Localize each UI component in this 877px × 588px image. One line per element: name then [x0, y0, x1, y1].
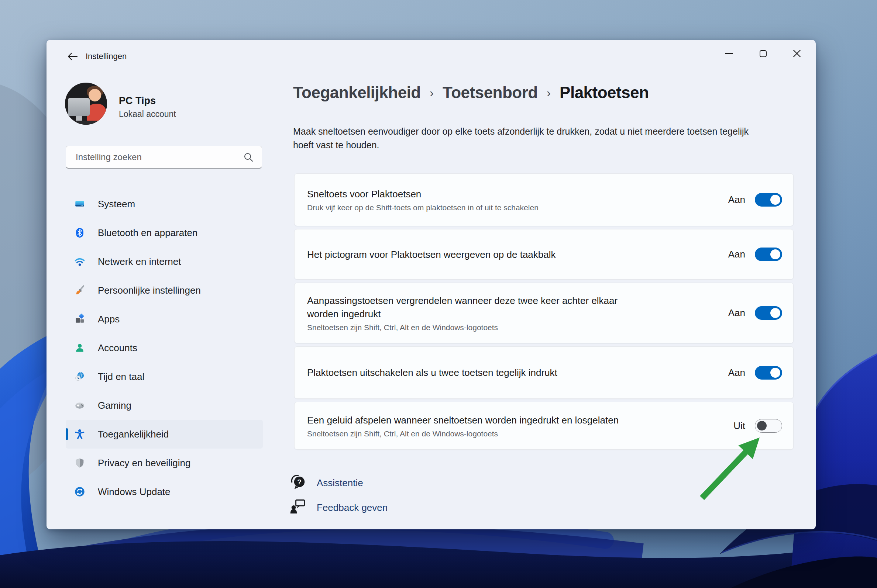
sidebar-item-persoonlijke-instellingen[interactable]: Persoonlijke instellingen	[66, 276, 263, 305]
sidebar-item-label: Persoonlijke instellingen	[98, 285, 201, 296]
sidebar-item-label: Windows Update	[98, 486, 170, 498]
setting-title: Aanpassingstoetsen vergrendelen wanneer …	[307, 294, 647, 321]
sidebar-item-tijd-en-taal[interactable]: Tijd en taal	[66, 362, 263, 391]
person-icon	[74, 342, 85, 353]
page-title: Plaktoetsen	[560, 83, 648, 102]
setting-card-taakbalk-pictogram: Het pictogram voor Plaktoetsen weergeven…	[294, 229, 794, 280]
sidebar-item-label: Gaming	[98, 400, 131, 411]
setting-subtitle: Sneltoetsen zijn Shift, Ctrl, Alt en de …	[307, 323, 647, 332]
page-description: Maak sneltoetsen eenvoudiger door op elk…	[293, 124, 762, 152]
sidebar-item-label: Systeem	[98, 198, 135, 210]
breadcrumb-toegankelijkheid[interactable]: Toegankelijkheid	[293, 83, 421, 102]
breadcrumb-toetsenbord[interactable]: Toetsenbord	[442, 83, 538, 102]
sidebar-item-label: Netwerk en internet	[98, 256, 181, 267]
toggle-geluid[interactable]	[755, 419, 782, 433]
system-icon	[74, 198, 85, 210]
sidebar-item-label: Apps	[98, 314, 120, 325]
feedback-link[interactable]: Feedback geven	[317, 502, 388, 513]
toggle-knob	[770, 195, 780, 205]
setting-title: Sneltoets voor Plaktoetsen	[307, 188, 539, 201]
toggle-knob	[770, 249, 780, 260]
toggle-state-label: Aan	[728, 249, 745, 260]
setting-card-vergrendelen: Aanpassingstoetsen vergrendelen wanneer …	[294, 283, 794, 344]
sidebar-item-bluetooth[interactable]: Bluetooth en apparaten	[66, 218, 263, 247]
toggle-vergrendelen[interactable]	[755, 306, 782, 320]
toggle-state-label: Uit	[733, 420, 745, 432]
back-arrow-icon	[67, 52, 78, 61]
setting-title: Een geluid afspelen wanneer sneltoetsen …	[307, 414, 618, 427]
update-icon	[74, 486, 85, 497]
chevron-right-icon: ›	[547, 86, 551, 100]
toggle-taakbalk-pictogram[interactable]	[755, 248, 782, 261]
sidebar-item-label: Tijd en taal	[98, 371, 144, 382]
help-icon: ?	[290, 474, 307, 490]
window-title: Instellingen	[86, 49, 126, 64]
setting-subtitle: Sneltoetsen zijn Shift, Ctrl, Alt en de …	[307, 429, 618, 438]
settings-window: Instellingen PC Tips Lokaal account Inst…	[47, 40, 816, 530]
toggle-sneltoets[interactable]	[755, 193, 782, 207]
toggle-knob	[757, 421, 767, 430]
toggle-state-label: Aan	[728, 194, 745, 206]
sidebar-nav: Systeem Bluetooth en apparaten Netwerk e…	[66, 190, 263, 506]
close-button[interactable]	[785, 44, 809, 63]
paintbrush-icon	[74, 285, 85, 296]
breadcrumb: Toegankelijkheid › Toetsenbord › Plaktoe…	[293, 83, 649, 102]
desktop: Instellingen PC Tips Lokaal account Inst…	[0, 0, 877, 588]
sidebar-item-windows-update[interactable]: Windows Update	[66, 477, 263, 506]
sidebar-item-toegankelijkheid[interactable]: Toegankelijkheid	[66, 420, 263, 448]
setting-subtitle: Druk vijf keer op de Shift-toets om plak…	[307, 203, 539, 212]
gamepad-icon	[74, 400, 85, 411]
sidebar-item-accounts[interactable]: Accounts	[66, 333, 263, 362]
maximize-icon	[760, 50, 767, 57]
toggle-knob	[770, 368, 780, 378]
minimize-button[interactable]	[717, 44, 741, 63]
sidebar-item-gaming[interactable]: Gaming	[66, 391, 263, 420]
setting-title: Het pictogram voor Plaktoetsen weergeven…	[307, 248, 556, 261]
search-placeholder: Instelling zoeken	[76, 146, 142, 168]
sidebar-item-privacy[interactable]: Privacy en beveiliging	[66, 448, 263, 477]
account-name: PC Tips	[119, 95, 156, 106]
toggle-knob	[770, 308, 780, 318]
time-language-icon	[74, 371, 85, 382]
setting-card-uitschakelen: Plaktoetsen uitschakelen als u twee toet…	[294, 346, 794, 399]
setting-card-sneltoets: Sneltoets voor Plaktoetsen Druk vijf kee…	[294, 173, 794, 226]
maximize-button[interactable]	[751, 44, 775, 63]
toggle-uitschakelen[interactable]	[755, 366, 782, 380]
sidebar-item-label: Accounts	[98, 342, 137, 354]
svg-text:?: ?	[297, 478, 302, 486]
setting-card-geluid: Een geluid afspelen wanneer sneltoetsen …	[294, 402, 794, 450]
toggle-state-label: Aan	[728, 307, 745, 319]
feedback-icon	[289, 498, 306, 515]
bluetooth-icon	[74, 227, 85, 238]
accessibility-icon	[74, 429, 85, 440]
avatar[interactable]	[65, 82, 107, 124]
sidebar-item-label: Bluetooth en apparaten	[98, 227, 197, 238]
sidebar-item-apps[interactable]: Apps	[66, 305, 263, 333]
sidebar-item-systeem[interactable]: Systeem	[66, 190, 263, 218]
sidebar-item-label: Toegankelijkheid	[98, 429, 168, 440]
search-input[interactable]: Instelling zoeken	[66, 146, 262, 169]
close-icon	[793, 50, 801, 57]
toggle-state-label: Aan	[728, 367, 745, 378]
shield-icon	[74, 458, 85, 468]
wifi-icon	[74, 256, 85, 267]
sidebar-item-label: Privacy en beveiliging	[98, 458, 191, 469]
account-type: Lokaal account	[119, 109, 176, 119]
sidebar-item-netwerk[interactable]: Netwerk en internet	[66, 247, 263, 276]
search-icon	[243, 152, 254, 162]
selected-indicator	[66, 428, 68, 440]
assistance-link[interactable]: Assistentie	[317, 477, 363, 489]
chevron-right-icon: ›	[430, 86, 434, 100]
back-button[interactable]	[64, 49, 81, 64]
setting-title: Plaktoetsen uitschakelen als u twee toet…	[307, 366, 557, 379]
apps-icon	[74, 314, 85, 325]
minimize-icon	[725, 53, 733, 54]
